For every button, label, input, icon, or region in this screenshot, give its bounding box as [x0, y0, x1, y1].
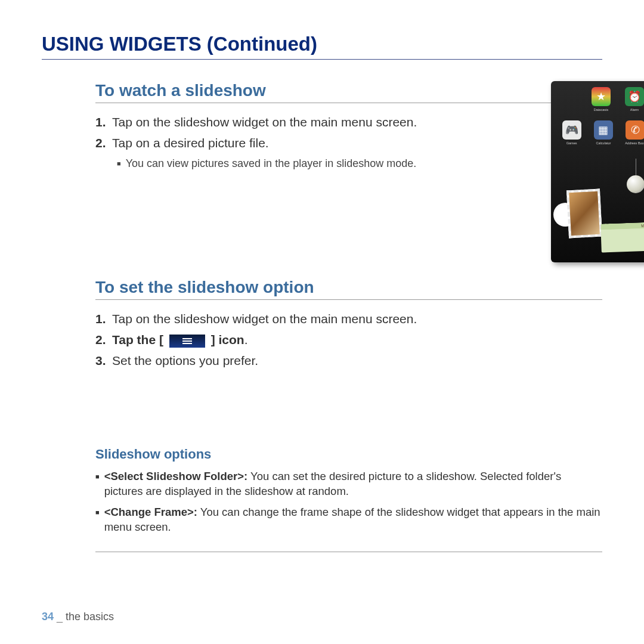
device-icon-calculator: ▦ Calculator	[591, 120, 616, 151]
device-icon-addressbook: ✆ Address Book	[623, 120, 644, 151]
slideshow-options-title: Slideshow options	[95, 447, 602, 462]
menu-icon	[169, 335, 205, 348]
step-item: 1. Tap on the slideshow widget on the ma…	[95, 311, 602, 327]
step-item: 1. Tap on the slideshow widget on the ma…	[95, 114, 459, 130]
option-item: ■ <Select Slideshow Folder>: You can set…	[95, 469, 602, 499]
device-icon-games: 🎮 Games	[559, 120, 584, 151]
option-item: ■ <Change Frame>: You can change the fra…	[95, 505, 602, 535]
page-footer: 34 _ the basics	[42, 611, 114, 623]
steps-watch: 1. Tap on the slideshow widget on the ma…	[95, 114, 459, 151]
step-item: 2. Tap on a desired picture file.	[95, 135, 459, 151]
section-set-slideshow: To set the slideshow option	[95, 278, 602, 300]
content-area: ★ Datacasts ⏰ Alarm 🎮 Games ▦ Calculator…	[42, 81, 602, 552]
sticky-note	[600, 222, 644, 253]
lightbulb-icon	[625, 159, 644, 194]
slideshow-options-list: ■ <Select Slideshow Folder>: You can set…	[95, 469, 602, 552]
page-title: USING WIDGETS (Continued)	[42, 33, 602, 60]
photo-frame	[566, 189, 602, 239]
device-icon-datacasts: ★ Datacasts	[589, 87, 614, 118]
device-screenshot: ★ Datacasts ⏰ Alarm 🎮 Games ▦ Calculator…	[551, 81, 644, 262]
device-icon-alarm: ⏰ Alarm	[622, 87, 644, 118]
sub-note: ■ You can view pictures saved in the pla…	[117, 156, 459, 171]
step-item: 2. Tap the [ ] icon.	[95, 332, 602, 348]
steps-set: 1. Tap on the slideshow widget on the ma…	[95, 311, 602, 369]
section-watch-slideshow: To watch a slideshow	[95, 81, 602, 103]
step-item: 3. Set the options you prefer.	[95, 352, 602, 369]
